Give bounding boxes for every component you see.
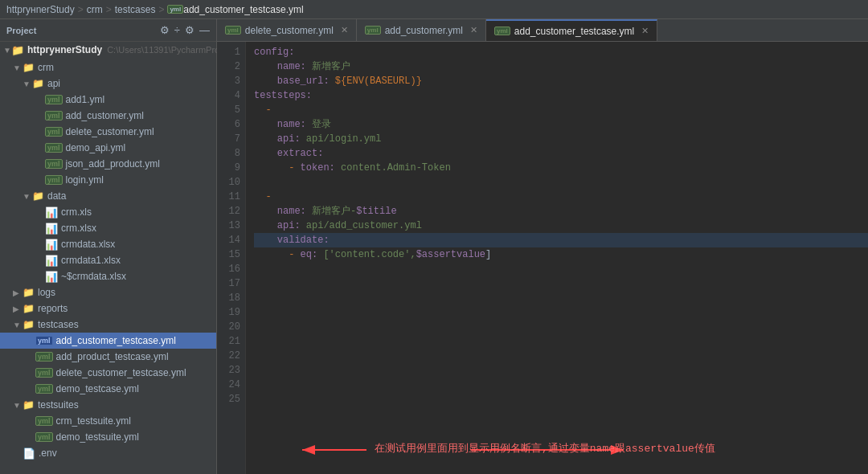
tree-item-crm[interactable]: ▼ 📁 crm <box>0 59 216 76</box>
code-token: $titile <box>356 204 396 219</box>
right-panel: yml delete_customer.yml ✕ yml add_custom… <box>217 19 868 474</box>
project-root-item[interactable]: ▼ 📁 httprунnerStudy C:\Users\11391\Pycha… <box>0 42 216 58</box>
tab-add-customer[interactable]: yml add_customer.yml ✕ <box>357 19 486 42</box>
add1-label: add1.yml <box>66 94 105 105</box>
tab-delete-customer-label: delete_customer.yml <box>245 25 334 36</box>
code-token: token: <box>301 161 341 175</box>
testsuites-label: testsuites <box>38 399 79 411</box>
tab-delete-customer-close[interactable]: ✕ <box>341 25 348 35</box>
crmdata1-xlsx-icon: 📊 <box>45 255 58 267</box>
root-folder-icon: 📁 <box>11 44 24 56</box>
logs-label: logs <box>38 287 55 298</box>
code-token: name: <box>254 59 312 74</box>
tree-item-env[interactable]: 📄 .env <box>0 445 216 461</box>
tree-item-demo-testcase[interactable]: yml demo_testcase.yml <box>0 381 216 397</box>
tree-item-crmdata-xlsx[interactable]: 📊 crmdata.xlsx <box>0 236 216 252</box>
code-token: 新增客户- <box>312 204 356 219</box>
tab-add-customer-testcase-label: add_customer_testcase.yml <box>514 26 634 37</box>
code-token: api/login.yml <box>306 132 382 146</box>
code-line-25 <box>254 392 868 407</box>
delete-customer-testcase-yml-icon: yml <box>35 368 53 378</box>
annotation-text: 在测试用例里面用到显示用例名断言,通过变量name跟assertvalue传值 <box>375 442 715 456</box>
breadcrumb: httprунnerStudy > crm > testcases > yml … <box>0 0 868 19</box>
tree-item-json-add-product[interactable]: yml json_add_product.yml <box>0 156 216 172</box>
tree-item-add-product-testcase[interactable]: yml add_product_testcase.yml <box>0 349 216 365</box>
code-token: api: <box>254 219 306 233</box>
crm-folder-icon: 📁 <box>23 62 35 73</box>
tree-item-crmdata-tilde[interactable]: 📊 ~$crmdata.xlsx <box>0 268 216 284</box>
demo-testsuite-label: demo_testsuite.yml <box>56 431 139 443</box>
tree-item-reports[interactable]: ▶ 📁 reports <box>0 300 216 317</box>
demo-testsuite-yml-icon: yml <box>35 432 53 442</box>
breadcrumb-item-testcases[interactable]: testcases <box>115 4 156 15</box>
crm-xlsx-label: crm.xlsx <box>61 223 96 234</box>
code-token: content.Admin-Token <box>341 161 451 175</box>
tree-item-add-customer[interactable]: yml add_customer.yml <box>0 108 216 124</box>
editor-area: 12345 678910 1112131415 1617181920 21222… <box>217 42 868 474</box>
tree-item-login[interactable]: yml login.yml <box>0 172 216 188</box>
crm-testsuite-label: crm_testsuite.yml <box>56 415 131 427</box>
code-token: - <box>254 247 301 262</box>
crmdata-tilde-icon: 📊 <box>45 271 58 283</box>
panel-settings-icon[interactable]: ⚙ <box>160 24 170 36</box>
code-token: name: <box>254 117 312 132</box>
tree-item-add1[interactable]: yml add1.yml <box>0 92 216 108</box>
tree-item-delete-customer-testcase[interactable]: yml delete_customer_testcase.yml <box>0 365 216 381</box>
panel-minimize-icon[interactable]: — <box>199 24 210 36</box>
code-line-14: validate: <box>254 233 868 247</box>
tree-item-crm-testsuite[interactable]: yml crm_testsuite.yml <box>0 413 216 429</box>
tree-item-crm-xlsx[interactable]: 📊 crm.xlsx <box>0 220 216 236</box>
tree-item-api[interactable]: ▼ 📁 api <box>0 76 216 92</box>
line-numbers: 12345 678910 1112131415 1617181920 21222… <box>217 42 246 474</box>
code-token: 登录 <box>312 117 331 132</box>
code-line-13: api: api/add_customer.yml <box>254 219 868 233</box>
code-line-22 <box>254 349 868 363</box>
tree-item-crm-xls[interactable]: 📊 crm.xls <box>0 204 216 220</box>
tree-item-data[interactable]: ▼ 📁 data <box>0 188 216 204</box>
breadcrumb-item-current: add_customer_testcase.yml <box>183 4 303 15</box>
tab-delete-customer[interactable]: yml delete_customer.yml ✕ <box>217 19 357 42</box>
tree-item-logs[interactable]: ▶ 📁 logs <box>0 284 216 300</box>
code-line-17 <box>254 276 868 291</box>
tree-item-crmdata1-xlsx[interactable]: 📊 crmdata1.xlsx <box>0 252 216 268</box>
tree-item-demo-testsuite[interactable]: yml demo_testsuite.yml <box>0 429 216 445</box>
crm-label: crm <box>38 62 54 73</box>
code-content[interactable]: config: name: 新增客户 base_url: ${ENV(BASEU… <box>246 42 868 474</box>
add-customer-testcase-yml-icon: yml <box>35 336 53 345</box>
api-folder-icon: 📁 <box>32 78 44 89</box>
demo-api-label: demo_api.yml <box>66 142 126 153</box>
data-arrow: ▼ <box>23 192 32 201</box>
env-file-icon: 📄 <box>23 447 35 460</box>
code-line-7: api: api/login.yml <box>254 132 868 146</box>
breadcrumb-sep-2: > <box>106 4 112 15</box>
code-token: ${ENV(BASEURL)} <box>335 74 422 88</box>
tab-add-customer-testcase-close[interactable]: ✕ <box>641 26 649 36</box>
api-arrow: ▼ <box>23 80 32 88</box>
panel-layout-icon[interactable]: ÷ <box>174 24 180 36</box>
code-line-15: - eq: ['content.code',$assertvalue] <box>254 247 868 262</box>
crm-xls-label: crm.xls <box>61 206 92 218</box>
tab-add-customer-close[interactable]: ✕ <box>470 25 477 35</box>
crm-xls-icon: 📊 <box>45 206 58 219</box>
code-line-1: config: <box>254 45 868 59</box>
tree-item-testcases[interactable]: ▼ 📁 testcases <box>0 317 216 333</box>
crm-testsuite-yml-icon: yml <box>35 416 53 426</box>
demo-testcase-label: demo_testcase.yml <box>56 383 139 394</box>
code-token: 新增客户 <box>312 59 350 74</box>
tab-add-customer-testcase[interactable]: yml add_customer_testcase.yml ✕ <box>486 19 657 42</box>
crm-xlsx-icon: 📊 <box>45 223 58 235</box>
code-line-10 <box>254 175 868 190</box>
code-line-24 <box>254 378 868 392</box>
tree-item-demo-api[interactable]: yml demo_api.yml <box>0 140 216 156</box>
code-token: api: <box>254 132 306 146</box>
tab-delete-customer-yml-icon: yml <box>225 26 241 35</box>
code-line-21 <box>254 334 868 349</box>
breadcrumb-item-crm[interactable]: crm <box>87 4 103 15</box>
tree-item-testsuites[interactable]: ▼ 📁 testsuites <box>0 397 216 413</box>
panel-gear-icon[interactable]: ⚙ <box>185 24 194 36</box>
tab-add-customer-yml-icon: yml <box>365 26 381 35</box>
breadcrumb-item-root[interactable]: httprунnerStudy <box>6 4 75 15</box>
tree-item-add-customer-testcase[interactable]: yml add_customer_testcase.yml <box>0 333 216 349</box>
tree-item-delete-customer[interactable]: yml delete_customer.yml <box>0 124 216 140</box>
code-token: extract: <box>254 146 323 161</box>
